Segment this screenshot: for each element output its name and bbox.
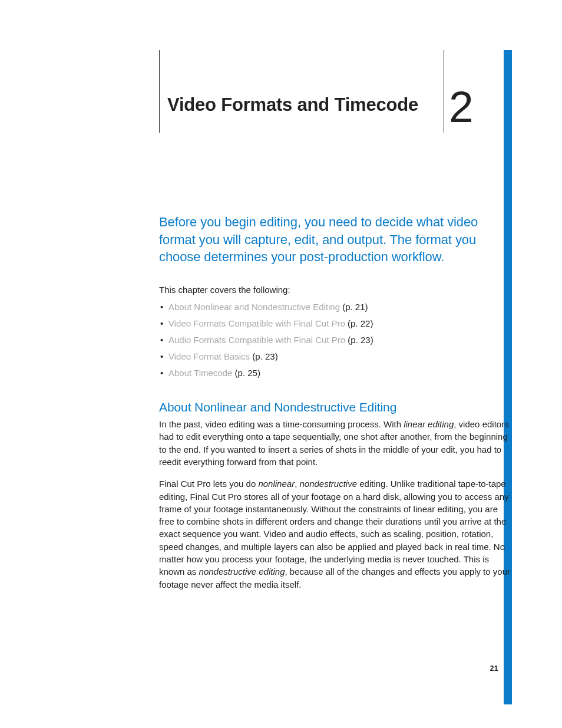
text-run: editing. Unlike traditional tape-to-tape… bbox=[159, 479, 509, 577]
toc-link[interactable]: About Nonlinear and Nondestructive Editi… bbox=[168, 302, 340, 312]
toc-page-ref: (p. 21) bbox=[342, 302, 368, 312]
toc-item: About Nonlinear and Nondestructive Editi… bbox=[159, 301, 513, 313]
toc-page-ref: (p. 22) bbox=[348, 318, 373, 328]
page-number: 21 bbox=[490, 664, 498, 673]
title-rule-left bbox=[159, 50, 160, 133]
page: Video Formats and Timecode 2 Before you … bbox=[0, 0, 562, 728]
body-paragraph: Final Cut Pro lets you do nonlinear, non… bbox=[159, 477, 513, 591]
chapter-toc: About Nonlinear and Nondestructive Editi… bbox=[159, 301, 513, 379]
text-run: In the past, video editing was a time-co… bbox=[159, 419, 404, 429]
chapter-title: Video Formats and Timecode bbox=[167, 94, 438, 116]
toc-item: About Timecode (p. 25) bbox=[159, 367, 513, 379]
toc-page-ref: (p. 23) bbox=[348, 335, 373, 345]
toc-link[interactable]: Video Format Basics bbox=[168, 351, 250, 361]
toc-item: Video Formats Compatible with Final Cut … bbox=[159, 317, 513, 330]
toc-link[interactable]: Audio Formats Compatible with Final Cut … bbox=[168, 335, 345, 345]
toc-item: Video Format Basics (p. 23) bbox=[159, 350, 513, 363]
toc-page-ref: (p. 23) bbox=[252, 351, 277, 361]
lead-paragraph: Before you begin editing, you need to de… bbox=[159, 213, 513, 266]
title-rule-right bbox=[444, 50, 444, 133]
content-area: Before you begin editing, you need to de… bbox=[159, 213, 513, 600]
body-paragraph: In the past, video editing was a time-co… bbox=[159, 418, 513, 468]
emphasis: nondestructive editing bbox=[199, 566, 285, 577]
section-heading: About Nonlinear and Nondestructive Editi… bbox=[159, 400, 513, 414]
chapter-number: 2 bbox=[449, 85, 474, 129]
emphasis: linear editing bbox=[404, 419, 454, 429]
emphasis: nondestructive bbox=[299, 479, 357, 489]
text-run: Final Cut Pro lets you do bbox=[159, 479, 258, 489]
toc-page-ref: (p. 25) bbox=[235, 368, 260, 378]
toc-link[interactable]: About Timecode bbox=[168, 368, 232, 378]
covers-label: This chapter covers the following: bbox=[159, 285, 513, 295]
toc-link[interactable]: Video Formats Compatible with Final Cut … bbox=[168, 318, 345, 328]
toc-item: Audio Formats Compatible with Final Cut … bbox=[159, 334, 513, 346]
emphasis: nonlinear bbox=[258, 479, 295, 489]
